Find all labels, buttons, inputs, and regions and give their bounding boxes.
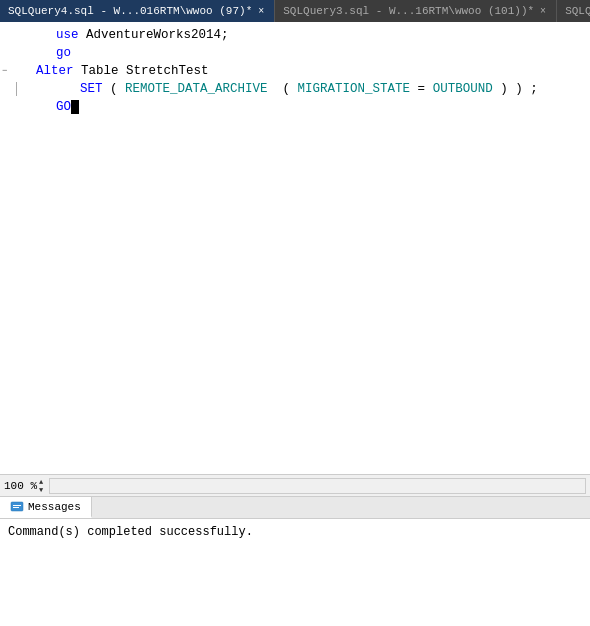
kw-use: use: [56, 26, 86, 44]
tab-sqlquery4-close[interactable]: ×: [256, 6, 266, 17]
svg-rect-2: [13, 507, 19, 508]
messages-tab-label: Messages: [28, 501, 81, 513]
kw-outbound: OUTBOUND: [433, 80, 493, 98]
tab-messages[interactable]: Messages: [0, 497, 92, 518]
tab-sqlquer-label: SQLQuer: [565, 5, 590, 17]
editor-container: − use AdventureWorks2014; go Alter Table…: [0, 22, 590, 474]
messages-panel: Messages Command(s) completed successful…: [0, 496, 590, 626]
zoom-arrows[interactable]: ▲ ▼: [39, 478, 43, 494]
kw-alter: Alter: [36, 62, 74, 80]
tab-sqlquery3-close[interactable]: ×: [538, 6, 548, 17]
code-line-2: go: [36, 44, 590, 62]
gutter-line-4: [0, 80, 28, 98]
kw-tablename: StretchTest: [126, 62, 209, 80]
kw-dbname: AdventureWorks2014: [86, 26, 221, 44]
gutter-line-3: −: [0, 62, 28, 80]
kw-go2: GO: [56, 98, 71, 116]
messages-content: Command(s) completed successfully.: [0, 519, 590, 626]
horizontal-scrollbar[interactable]: [49, 478, 586, 494]
zoom-bar: 100 % ▲ ▼: [0, 474, 590, 496]
code-editor[interactable]: use AdventureWorks2014; go Alter Table S…: [28, 22, 590, 474]
zoom-up-arrow[interactable]: ▲: [39, 478, 43, 486]
svg-rect-1: [13, 505, 21, 506]
gutter-line-5: [0, 98, 28, 116]
code-line-3: Alter Table StretchTest: [36, 62, 590, 80]
messages-text: Command(s) completed successfully.: [8, 525, 253, 539]
tab-sqlquer[interactable]: SQLQuer: [557, 0, 590, 22]
tab-sqlquery4-label: SQLQuery4.sql - W...016RTM\wwoo (97)*: [8, 5, 252, 17]
kw-go: go: [56, 44, 71, 62]
kw-remote-data-archive: REMOTE_DATA_ARCHIVE: [125, 80, 268, 98]
tab-sqlquery4[interactable]: SQLQuery4.sql - W...016RTM\wwoo (97)* ×: [0, 0, 275, 22]
gutter-line-1: [0, 26, 28, 44]
message-icon: [10, 500, 24, 514]
svg-rect-0: [11, 502, 23, 511]
line-gutter: −: [0, 22, 28, 474]
tab-sqlquery3[interactable]: SQLQuery3.sql - W...16RTM\wwoo (101))* ×: [275, 0, 557, 22]
kw-migration-state: MIGRATION_STATE: [298, 80, 411, 98]
collapse-minus-icon[interactable]: −: [2, 66, 7, 76]
text-cursor: [71, 100, 79, 114]
code-line-4: SET ( REMOTE_DATA_ARCHIVE ( MIGRATION_ST…: [36, 80, 590, 98]
code-line-5: GO: [36, 98, 590, 116]
zoom-label: 100 %: [4, 480, 37, 492]
gutter-line-2: [0, 44, 28, 62]
kw-set: SET: [80, 80, 103, 98]
zoom-down-arrow[interactable]: ▼: [39, 486, 43, 494]
messages-tab-bar: Messages: [0, 497, 590, 519]
code-line-1: use AdventureWorks2014;: [36, 26, 590, 44]
tab-sqlquery3-label: SQLQuery3.sql - W...16RTM\wwoo (101))*: [283, 5, 534, 17]
tab-bar: SQLQuery4.sql - W...016RTM\wwoo (97)* × …: [0, 0, 590, 22]
